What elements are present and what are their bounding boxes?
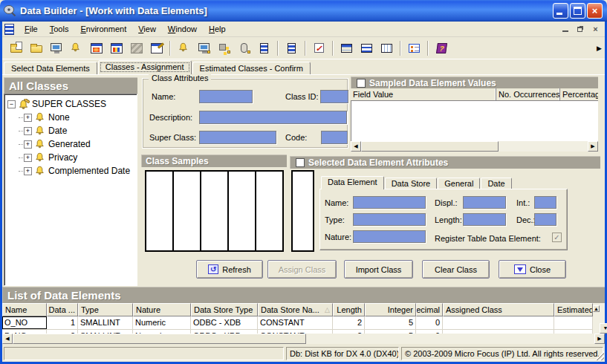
resize-grip[interactable] [595, 351, 604, 360]
mdi-restore-button[interactable] [574, 24, 587, 35]
screen-sample-button[interactable] [195, 39, 213, 57]
attr-displ-field[interactable] [463, 196, 506, 209]
class-name-field[interactable] [199, 90, 253, 103]
scroll-down-icon[interactable]: ▼ [600, 323, 607, 334]
tree-expand-box[interactable]: + [24, 154, 32, 162]
attr-tab-general[interactable]: General [438, 178, 480, 189]
tree-item-privacy[interactable]: +Privacy [7, 151, 135, 164]
attr-tab-date[interactable]: Date [481, 178, 511, 189]
tree-item-date[interactable]: +Date [7, 124, 135, 137]
attr-nature-field[interactable] [353, 230, 426, 243]
tree-item-none[interactable]: +None [7, 111, 135, 124]
attr-tab-data-element[interactable]: Data Element [321, 176, 384, 189]
column-header-data-store-type[interactable]: Data Store Type [191, 303, 258, 316]
column-header-name[interactable]: Name [2, 303, 47, 316]
tab-estimated-classes-confirm[interactable]: Estimated Classes - Confirm [192, 62, 311, 74]
tree-expand-box[interactable]: + [24, 114, 32, 122]
bell-assign-button[interactable] [175, 39, 193, 57]
tree-expand-box[interactable]: + [24, 140, 32, 149]
minimize-button[interactable] [553, 3, 568, 19]
grid-scroll-left-icon[interactable]: ◀ [2, 334, 13, 344]
help-book-button[interactable]: ? [432, 39, 451, 57]
column-header-integer[interactable]: Integer [365, 303, 416, 316]
column-header-type[interactable]: Type [78, 303, 133, 316]
column-header-estimated[interactable]: Estimated [554, 303, 593, 316]
mdi-minimize-button[interactable] [559, 24, 572, 35]
super-class-field[interactable] [199, 131, 276, 144]
scrollbar-thumb[interactable] [361, 141, 499, 152]
register-table-checkbox[interactable]: ✓ [552, 233, 562, 242]
code-field[interactable] [321, 131, 348, 144]
attr-tab-data-store[interactable]: Data Store [385, 178, 438, 189]
table-row[interactable]: O_NO1SMALLINTNumericODBC - XDBCONSTANT25… [2, 316, 593, 330]
table-rows-button[interactable] [357, 39, 376, 57]
menu-help[interactable]: Help [203, 22, 232, 36]
scrollbar-track[interactable] [499, 141, 588, 152]
menu-tools[interactable]: Tools [44, 22, 75, 36]
sampled-column-no-occurrences[interactable]: No. Occurrences [496, 88, 560, 100]
selected-attributes-checkbox[interactable] [296, 158, 305, 167]
tree-collapse-box[interactable]: − [7, 100, 16, 108]
column-header-nature[interactable]: Nature [133, 303, 191, 316]
attr-name-field[interactable] [353, 196, 426, 209]
window-edit-button[interactable] [147, 39, 166, 57]
toolbar-overflow-arrow[interactable]: ▶ [597, 45, 602, 52]
tree-root[interactable]: −SUPER CLASSES [7, 97, 135, 111]
sampled-values-checkbox[interactable] [357, 79, 366, 88]
menu-file[interactable]: File [19, 22, 44, 36]
mouse-sample-button[interactable] [235, 39, 253, 57]
data-elements-list-button[interactable] [282, 39, 301, 57]
description-field[interactable] [199, 111, 347, 124]
close-button[interactable]: × [587, 3, 603, 19]
attr-int-field[interactable] [534, 196, 556, 209]
attr-dec-field[interactable] [534, 213, 556, 226]
assign-class-button[interactable]: Assign Class [267, 260, 337, 279]
scroll-right-icon[interactable]: ▶ [588, 141, 598, 152]
menu-environment[interactable]: Environment [74, 22, 132, 36]
grid-scroll-right-icon[interactable]: ▶ [594, 334, 605, 344]
maximize-button[interactable] [570, 3, 585, 19]
window-properties-button[interactable] [107, 39, 126, 57]
sampled-values-list[interactable] [351, 101, 598, 141]
menu-view[interactable]: View [132, 22, 162, 36]
sampled-column-field-value[interactable]: Field Value [351, 88, 496, 100]
column-header-data-store-na[interactable]: Data Store Na...△ [258, 303, 333, 316]
open-output-button[interactable] [7, 39, 25, 57]
confirm-check-button[interactable]: ✓ [310, 39, 328, 57]
column-header-assigned-class[interactable]: Assigned Class [443, 303, 554, 316]
menu-window[interactable]: Window [162, 22, 203, 36]
alarm-bell-button[interactable] [67, 39, 85, 57]
column-header-data[interactable]: Data ... [47, 303, 78, 316]
class-id-field[interactable] [320, 90, 348, 103]
attr-length-field[interactable] [463, 213, 506, 226]
import-fire-button[interactable] [87, 39, 106, 57]
refresh-button[interactable]: ↺Refresh [196, 260, 263, 279]
mdi-close-button[interactable]: × [589, 24, 602, 35]
grid-scrollbar-thumb[interactable] [13, 334, 306, 344]
column-header-decimal[interactable]: Decimal [416, 303, 443, 316]
scroll-up-icon[interactable]: ▲ [593, 305, 600, 312]
tree-item-generated[interactable]: +Generated [7, 137, 135, 151]
folder-button[interactable] [27, 39, 45, 57]
tree-expand-box[interactable]: + [24, 127, 32, 135]
close-button[interactable]: Close [499, 260, 566, 279]
sampled-column-percentag[interactable]: Percentag [560, 88, 598, 100]
tree-item-complemented-date[interactable]: +Complemented Date [7, 164, 135, 178]
tree-expand-box[interactable]: + [24, 167, 32, 175]
window-disabled-button[interactable] [127, 39, 146, 57]
tab-classes-assignment[interactable]: Classes - Assignment [98, 60, 192, 74]
grid-scrollbar-track[interactable] [306, 334, 594, 344]
data-list-button[interactable] [255, 39, 273, 57]
attr-type-field[interactable] [353, 213, 426, 226]
table-horizontal-button[interactable] [337, 39, 356, 57]
table-columns-button[interactable] [377, 39, 396, 57]
scroll-left-icon[interactable]: ◀ [351, 141, 361, 152]
import-class-button[interactable]: Import Class [344, 260, 413, 279]
class-assign-button[interactable] [215, 39, 233, 57]
clear-class-button[interactable]: Clear Class [422, 260, 490, 279]
screen-button[interactable] [47, 39, 65, 57]
tab-select-data-elements[interactable]: Select Data Elements [4, 62, 97, 74]
column-header-length[interactable]: Length [333, 303, 365, 316]
class-tree[interactable]: −SUPER CLASSES+None+Date+Generated+Priva… [4, 94, 137, 286]
options-list-button[interactable] [405, 39, 423, 57]
